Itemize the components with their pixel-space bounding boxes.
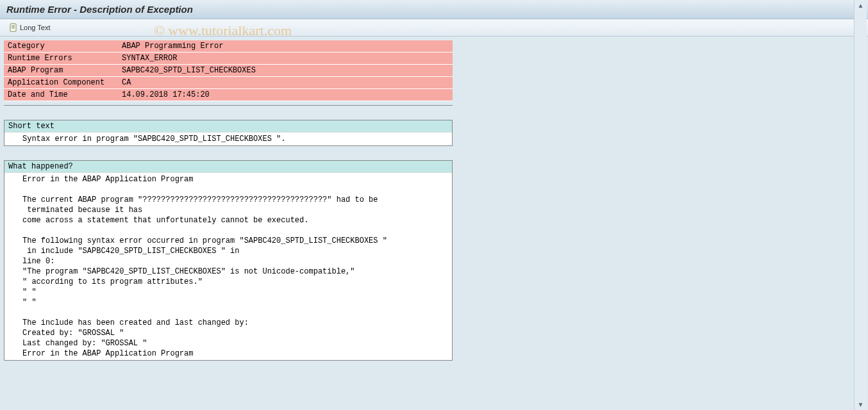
toolbar: Long Text [0, 19, 868, 37]
info-label: ABAP Program [4, 65, 118, 77]
section-line: " according to its program attributes." [4, 277, 452, 287]
info-label: Category [4, 40, 118, 53]
long-text-label: Long Text [20, 24, 51, 31]
section-line: come across a statement that unfortunate… [4, 215, 452, 226]
info-value: ABAP Programming Error [118, 40, 453, 53]
section-line [4, 226, 452, 236]
section-line: terminated because it has [4, 205, 452, 215]
section-box: What happened?Error in the ABAP Applicat… [4, 160, 453, 361]
info-value: CA [118, 77, 453, 89]
section-header: What happened? [4, 161, 452, 173]
info-label: Application Component [4, 77, 118, 89]
section-line: Error in the ABAP Application Program [4, 174, 452, 184]
section-line: " " [4, 287, 452, 297]
info-label: Runtime Errors [4, 53, 118, 65]
divider [4, 105, 453, 106]
document-icon [9, 23, 18, 32]
main-pane: CategoryABAP Programming ErrorRuntime Er… [0, 37, 846, 407]
section-line: The current ABAP program "??????????????… [4, 195, 452, 205]
section-line: in include "SAPBC420_SPTD_LIST_CHECKBOXE… [4, 246, 452, 256]
content-area: CategoryABAP Programming ErrorRuntime Er… [0, 37, 868, 407]
section-line: Created by: "GROSSAL " [4, 328, 452, 338]
section-body: Syntax error in program "SAPBC420_SPTD_L… [4, 133, 452, 145]
info-value: SAPBC420_SPTD_LIST_CHECKBOXES [118, 65, 453, 77]
window-title: Runtime Error - Description of Exception [6, 4, 193, 15]
info-row: Date and Time14.09.2018 17:45:20 [4, 89, 453, 101]
section-body: Error in the ABAP Application Program Th… [4, 173, 452, 360]
long-text-button[interactable]: Long Text [5, 22, 54, 33]
section-line [4, 184, 452, 195]
info-row: ABAP ProgramSAPBC420_SPTD_LIST_CHECKBOXE… [4, 65, 453, 77]
info-row: Runtime ErrorsSYNTAX_ERROR [4, 53, 453, 65]
section-header: Short text [4, 120, 452, 133]
section-line: Syntax error in program "SAPBC420_SPTD_L… [4, 134, 452, 144]
section-box: Short textSyntax error in program "SAPBC… [4, 120, 453, 146]
section-line: " " [4, 297, 452, 308]
scroll-up-icon[interactable]: ▲ [856, 0, 866, 11]
info-row: Application ComponentCA [4, 77, 453, 89]
error-info-table: CategoryABAP Programming ErrorRuntime Er… [4, 40, 453, 101]
info-row: CategoryABAP Programming Error [4, 40, 453, 53]
section-line: Error in the ABAP Application Program [4, 348, 452, 359]
section-line: The include has been created and last ch… [4, 318, 452, 328]
window-title-bar: Runtime Error - Description of Exception [0, 0, 868, 19]
vertical-scrollbar[interactable]: ▲ ▼ [854, 0, 867, 410]
section-line: The following syntax error occurred in p… [4, 236, 452, 246]
scroll-down-icon[interactable]: ▼ [856, 399, 866, 410]
section-line [4, 308, 452, 318]
info-value: 14.09.2018 17:45:20 [118, 89, 453, 101]
section-line: Last changed by: "GROSSAL " [4, 338, 452, 348]
section-line: line 0: [4, 256, 452, 266]
info-value: SYNTAX_ERROR [118, 53, 453, 65]
section-line: "The program "SAPBC420_SPTD_LIST_CHECKBO… [4, 266, 452, 277]
svg-rect-0 [10, 24, 16, 31]
info-label: Date and Time [4, 89, 118, 101]
